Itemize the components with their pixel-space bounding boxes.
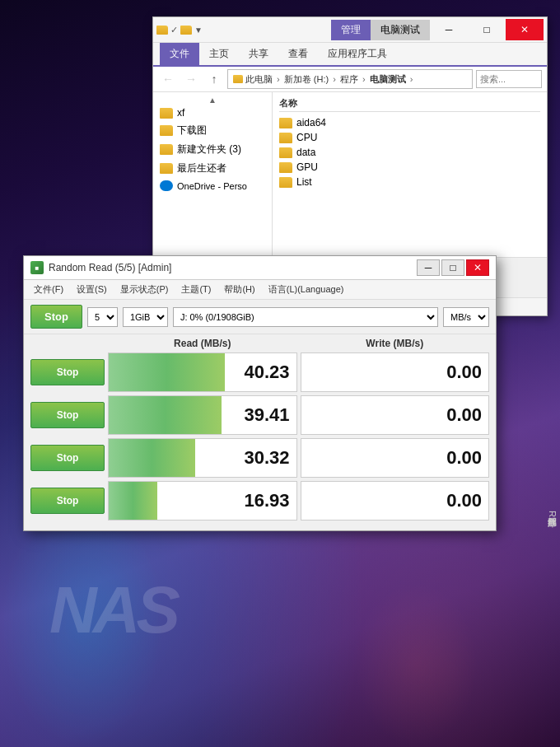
drive-select[interactable]: J: 0% (0/1908GiB): [173, 307, 438, 327]
cdm-toolbar: Stop 5 1GiB J: 0% (0/1908GiB) MB/s: [24, 300, 496, 334]
nasa-watermark: NAS: [49, 572, 176, 648]
ribbon-computer-test-tab[interactable]: 电脑测试: [371, 20, 430, 40]
stop-button-4[interactable]: Stop: [30, 488, 105, 514]
folder-icon: [160, 144, 173, 155]
cdm-window-controls: ─ □ ✕: [417, 259, 489, 276]
table-row: Stop 39.41 0.00: [30, 395, 489, 435]
cdm-icon: ■: [30, 261, 44, 274]
cdm-maximize-button[interactable]: □: [441, 259, 464, 276]
quick-access-toolbar: ✓ ▼: [156, 25, 331, 35]
folder-icon: [160, 108, 173, 119]
menu-file[interactable]: 文件(F): [27, 282, 70, 297]
list-item[interactable]: List: [279, 175, 540, 189]
nav-folder-downloads[interactable]: 下载图: [153, 121, 272, 140]
read-value-1: 40.23: [109, 362, 296, 383]
read-cell-4: 16.93: [108, 481, 297, 521]
side-text: 动解压程序R2: [546, 511, 558, 522]
write-value-2: 0.00: [301, 404, 489, 426]
close-button[interactable]: ✕: [506, 19, 544, 40]
cdm-close-button[interactable]: ✕: [466, 259, 489, 276]
table-row: Stop 30.32 0.00: [30, 438, 489, 478]
nav-folder-new[interactable]: 新建文件夹 (3): [153, 140, 272, 159]
col-header-write: Write (MB/s): [301, 338, 490, 349]
files-header: 名称: [279, 96, 540, 112]
nav-folder-label: OneDrive - Perso: [177, 181, 247, 191]
stop-main-button[interactable]: Stop: [30, 305, 82, 329]
col-header-empty: [30, 338, 105, 349]
nav-folder-xf[interactable]: xf: [153, 105, 272, 121]
write-cell-4: 0.00: [301, 481, 490, 521]
menu-settings[interactable]: 设置(S): [70, 282, 114, 297]
read-value-2: 39.41: [109, 404, 296, 426]
file-name: List: [296, 176, 312, 188]
nav-folder-label: 最后生还者: [177, 161, 226, 175]
forward-button[interactable]: →: [181, 69, 201, 89]
cdm-icon-text: ■: [35, 264, 40, 272]
nav-folder-last-survivor[interactable]: 最后生还者: [153, 159, 272, 178]
write-value-1: 0.00: [301, 362, 489, 383]
file-name: aida64: [296, 117, 326, 128]
nav-folder-label: 下载图: [177, 124, 207, 138]
write-cell-2: 0.00: [301, 395, 490, 435]
list-item[interactable]: GPU: [279, 160, 540, 175]
nav-folder-label: 新建文件夹 (3): [177, 142, 241, 156]
nav-scroll-up[interactable]: ▲: [153, 96, 272, 105]
explorer-content: ▲ xf 下载图 新建文件夹 (3) 最后生还者 OneDrive - Pers…: [153, 92, 547, 257]
tab-file[interactable]: 文件: [160, 43, 199, 65]
menu-display[interactable]: 显示状态(P): [114, 282, 175, 297]
menu-theme[interactable]: 主题(T): [175, 282, 217, 297]
read-value-4: 16.93: [109, 490, 296, 511]
tab-app-tools[interactable]: 应用程序工具: [318, 43, 397, 65]
minimize-button[interactable]: ─: [430, 19, 468, 40]
tab-view[interactable]: 查看: [278, 43, 318, 65]
cdm-minimize-button[interactable]: ─: [417, 259, 440, 276]
write-value-3: 0.00: [301, 447, 489, 469]
list-item[interactable]: data: [279, 145, 540, 160]
onedrive-icon: [160, 180, 173, 191]
maximize-button[interactable]: □: [468, 19, 506, 40]
count-select[interactable]: 5: [87, 307, 118, 327]
size-select[interactable]: 1GiB: [123, 307, 168, 327]
ribbon-manage-tab[interactable]: 管理: [331, 20, 371, 40]
folder-qat-icon: [156, 26, 168, 35]
menu-language[interactable]: 语言(L)(Language): [262, 282, 351, 297]
cdm-data-table: Read (MB/s) Write (MB/s) Stop 40.23 0.00…: [24, 334, 496, 530]
address-path[interactable]: 此电脑 › 新加卷 (H:) › 程序 › 电脑测试 ›: [227, 69, 473, 89]
write-value-4: 0.00: [301, 490, 489, 511]
window-controls: ─ □ ✕: [430, 19, 544, 40]
table-row: Stop 16.93 0.00: [30, 481, 489, 521]
ribbon-top: ✓ ▼ 管理 电脑测试 ─ □ ✕: [153, 17, 547, 43]
tab-home[interactable]: 主页: [199, 43, 239, 65]
dropdown-qat-icon[interactable]: ▼: [194, 26, 203, 35]
unit-select[interactable]: MB/s: [443, 307, 489, 327]
folder-icon: [160, 163, 173, 174]
cdm-titlebar: ■ Random Read (5/5) [Admin] ─ □ ✕: [24, 256, 496, 280]
stop-button-3[interactable]: Stop: [30, 445, 105, 471]
search-input[interactable]: [476, 70, 542, 88]
tab-share[interactable]: 共享: [239, 43, 278, 65]
refresh-button[interactable]: ↑: [204, 69, 224, 89]
files-panel: 名称 aida64 CPU data GPU List: [273, 92, 547, 257]
nav-panel: ▲ xf 下载图 新建文件夹 (3) 最后生还者 OneDrive - Pers…: [153, 92, 273, 257]
cdm-menu-bar: 文件(F) 设置(S) 显示状态(P) 主题(T) 帮助(H) 语言(L)(La…: [24, 280, 496, 300]
back-button[interactable]: ←: [158, 69, 178, 89]
nav-folder-onedrive[interactable]: OneDrive - Perso: [153, 178, 272, 194]
folder-icon: [279, 133, 292, 143]
col-header-read: Read (MB/s): [108, 338, 297, 349]
checkmark-qat-icon: ✓: [170, 25, 178, 35]
ribbon-tabs: 文件 主页 共享 查看 应用程序工具: [153, 43, 547, 67]
read-cell-1: 40.23: [108, 352, 297, 392]
folder-icon: [279, 147, 292, 158]
list-item[interactable]: aida64: [279, 115, 540, 130]
menu-help[interactable]: 帮助(H): [217, 282, 261, 297]
stop-button-2[interactable]: Stop: [30, 402, 105, 428]
address-bar: ← → ↑ 此电脑 › 新加卷 (H:) › 程序 › 电脑测试 ›: [153, 67, 547, 92]
cdm-title: Random Read (5/5) [Admin]: [49, 262, 412, 273]
folder-icon: [160, 125, 173, 136]
read-cell-3: 30.32: [108, 438, 297, 478]
cdm-col-headers: Read (MB/s) Write (MB/s): [30, 334, 489, 352]
folder-icon: [279, 177, 292, 188]
stop-button-1[interactable]: Stop: [30, 359, 105, 385]
list-item[interactable]: CPU: [279, 130, 540, 145]
cdm-window: ■ Random Read (5/5) [Admin] ─ □ ✕ 文件(F) …: [23, 255, 497, 531]
